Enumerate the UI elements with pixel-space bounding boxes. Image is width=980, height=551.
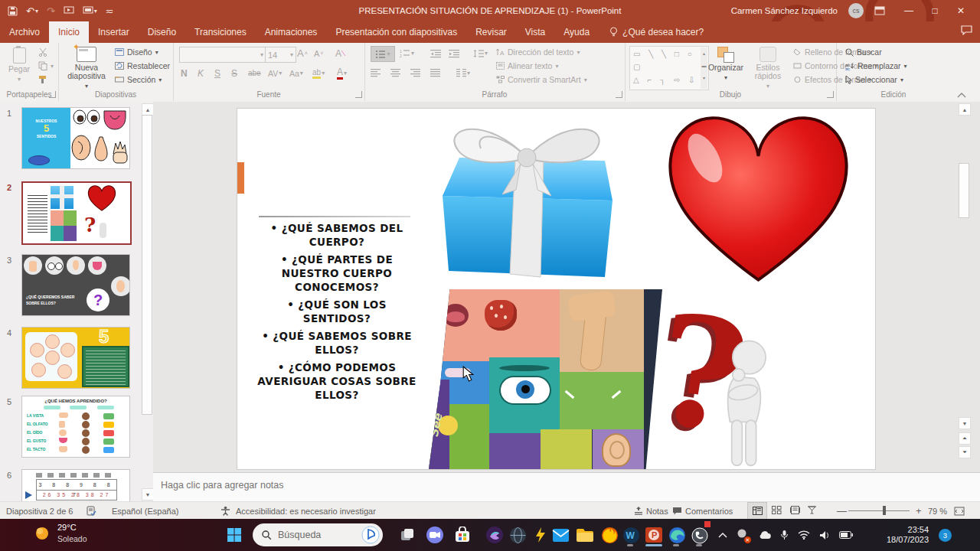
- tab-vista[interactable]: Vista: [516, 21, 554, 43]
- highlight-color-button[interactable]: ab▾: [312, 66, 325, 80]
- ribbon-display-options-icon[interactable]: [874, 6, 885, 15]
- portapapeles-dialog-launcher[interactable]: [49, 91, 56, 98]
- tab-archivo[interactable]: Archivo: [0, 21, 49, 43]
- notes-pane[interactable]: Haga clic para agregar notas: [153, 472, 980, 502]
- microsoft-store-icon[interactable]: [450, 523, 475, 547]
- zoom-slider-thumb[interactable]: [883, 506, 886, 515]
- spellcheck-icon[interactable]: [87, 502, 96, 520]
- media-app-icon[interactable]: W: [619, 523, 643, 547]
- browser-globe-icon[interactable]: [505, 523, 530, 547]
- language-indicator[interactable]: Español (España): [112, 502, 178, 520]
- thumbnail-slide-3[interactable]: ¿QUÉ QUEREMOS SABER SOBRE ELLOS? ?: [21, 254, 130, 316]
- italic-button[interactable]: K: [198, 66, 204, 80]
- layout-button[interactable]: Diseño▾: [115, 47, 158, 57]
- minimize-button[interactable]: —: [896, 0, 922, 21]
- share-comments-icon[interactable]: [961, 24, 972, 38]
- view-slideshow-button[interactable]: [802, 502, 821, 518]
- change-case-button[interactable]: Aa▾: [289, 66, 303, 80]
- taskbar-search-box[interactable]: Búsqueda: [253, 523, 383, 546]
- increase-indent-button[interactable]: [449, 46, 459, 60]
- align-center-button[interactable]: [390, 66, 400, 80]
- bold-button[interactable]: N: [181, 66, 188, 80]
- fuente-dialog-launcher[interactable]: [355, 91, 362, 98]
- edge-icon[interactable]: [665, 523, 689, 547]
- accessibility-icon[interactable]: [220, 502, 230, 520]
- fit-slide-to-window-button[interactable]: [954, 502, 965, 520]
- thumbs-scroll-down[interactable]: ▼: [142, 488, 154, 500]
- comments-toggle[interactable]: Comentarios: [672, 502, 733, 520]
- account-name[interactable]: Carmen Sánchez Izquierdo: [731, 6, 838, 15]
- customize-qat-icon[interactable]: ≂: [106, 5, 114, 17]
- tab-insertar[interactable]: Insertar: [89, 21, 139, 43]
- task-view-button[interactable]: [395, 523, 420, 547]
- zoom-out-button[interactable]: —: [837, 502, 847, 520]
- character-spacing-button[interactable]: AV▾: [268, 66, 282, 80]
- chat-app-icon[interactable]: [423, 523, 447, 547]
- cut-icon[interactable]: [38, 47, 47, 57]
- collapse-ribbon-icon[interactable]: [957, 87, 966, 101]
- reset-button[interactable]: Restablecer: [115, 61, 170, 70]
- underline-button[interactable]: S: [214, 66, 220, 80]
- slide-indicator[interactable]: Diapositiva 2 de 6: [6, 502, 73, 520]
- onedrive-icon[interactable]: [758, 530, 771, 540]
- redo-icon[interactable]: ↷: [47, 5, 55, 17]
- slideshow-settings-icon[interactable]: ▾: [83, 6, 97, 15]
- arrange-button[interactable]: Organizar▾: [706, 45, 746, 82]
- obs-studio-icon[interactable]: [688, 523, 712, 547]
- thumbnail-slide-4[interactable]: 5: [21, 327, 130, 389]
- paste-button[interactable]: Pegar▾: [5, 45, 34, 83]
- zoom-slider[interactable]: [848, 502, 910, 520]
- section-button[interactable]: Sección▾: [115, 75, 162, 84]
- find-button[interactable]: Buscar: [845, 47, 882, 57]
- slide-canvas[interactable]: • ¿QUÉ SABEMOS DEL CUERPO? • ¿QUÉ PARTES…: [237, 109, 875, 469]
- columns-button[interactable]: ▾: [456, 66, 470, 80]
- replace-button[interactable]: abac Reemplazar▾: [845, 61, 907, 70]
- subscript-button[interactable]: abe: [248, 66, 261, 80]
- bullets-button[interactable]: ▾: [371, 46, 395, 62]
- tell-me-box[interactable]: ¿Qué desea hacer?: [609, 21, 704, 43]
- battery-icon[interactable]: [839, 531, 853, 539]
- next-slide-button[interactable]: ⏷: [959, 446, 971, 458]
- close-button[interactable]: ✕: [948, 0, 974, 21]
- clock-widget[interactable]: 23:54 18/07/2023: [887, 519, 929, 551]
- start-button[interactable]: [222, 523, 247, 547]
- zoom-level[interactable]: 79 %: [928, 502, 947, 520]
- editor-scroll-thumb[interactable]: [959, 163, 969, 218]
- tab-transiciones[interactable]: Transiciones: [185, 21, 256, 43]
- accessibility-status[interactable]: Accesibilidad: es necesario investigar: [236, 502, 376, 520]
- dibujo-dialog-launcher[interactable]: [827, 91, 834, 98]
- notification-center[interactable]: 3: [939, 519, 952, 551]
- volume-icon[interactable]: [819, 530, 830, 540]
- thumbnail-slide-5[interactable]: ¿QUÉ HEMOS APRENDIDO? LA VISTA EL OLFATO…: [21, 396, 130, 458]
- convert-smartart-button[interactable]: Convertir a SmartArt▾: [496, 75, 587, 84]
- shapes-gallery[interactable]: ▭ ╲ ╲ □ ○ ▢ △ ⌐ ┐ ⇨ ⇩ ▷ ☆ ⌒ ∼ { } ✧ ▴▬▾: [629, 46, 709, 90]
- quick-styles-button[interactable]: Estilos rápidos▾: [747, 45, 789, 90]
- shrink-font-button[interactable]: A˅: [314, 46, 323, 60]
- tab-animaciones[interactable]: Animaciones: [256, 21, 327, 43]
- gift-box-image[interactable]: [412, 110, 642, 288]
- clear-formatting-button[interactable]: A: [335, 46, 346, 60]
- editor-scroll-up[interactable]: ▲: [959, 103, 971, 116]
- save-icon[interactable]: [8, 6, 18, 16]
- weather-widget[interactable]: 29°CSoleado: [34, 522, 87, 545]
- file-explorer-icon[interactable]: [573, 523, 597, 547]
- undo-icon[interactable]: ↶▾: [26, 5, 38, 17]
- previous-slide-button[interactable]: ⏶: [959, 432, 971, 445]
- avatar[interactable]: cs: [848, 3, 864, 18]
- thumbnail-slide-2-selected[interactable]: ?: [21, 181, 132, 245]
- tray-expand-icon[interactable]: [718, 532, 727, 538]
- microphone-icon[interactable]: [780, 530, 789, 540]
- new-slide-button[interactable]: ✦ Nueva diapositiva▾: [64, 45, 109, 90]
- tab-inicio[interactable]: Inicio: [49, 21, 89, 43]
- start-slideshow-icon[interactable]: [64, 6, 74, 15]
- powerpoint-taskbar-icon[interactable]: P: [642, 523, 666, 547]
- align-right-button[interactable]: [410, 66, 420, 80]
- view-normal-button[interactable]: [747, 502, 767, 520]
- text-direction-button[interactable]: A Dirección del texto▾: [496, 47, 580, 57]
- line-spacing-button[interactable]: ▾: [473, 46, 488, 60]
- decrease-indent-button[interactable]: [430, 46, 441, 60]
- font-name-combo[interactable]: ▾: [179, 47, 266, 63]
- wifi-icon[interactable]: [798, 530, 810, 540]
- editor-scroll-down[interactable]: ▼: [959, 417, 971, 429]
- heart-image[interactable]: [642, 109, 875, 289]
